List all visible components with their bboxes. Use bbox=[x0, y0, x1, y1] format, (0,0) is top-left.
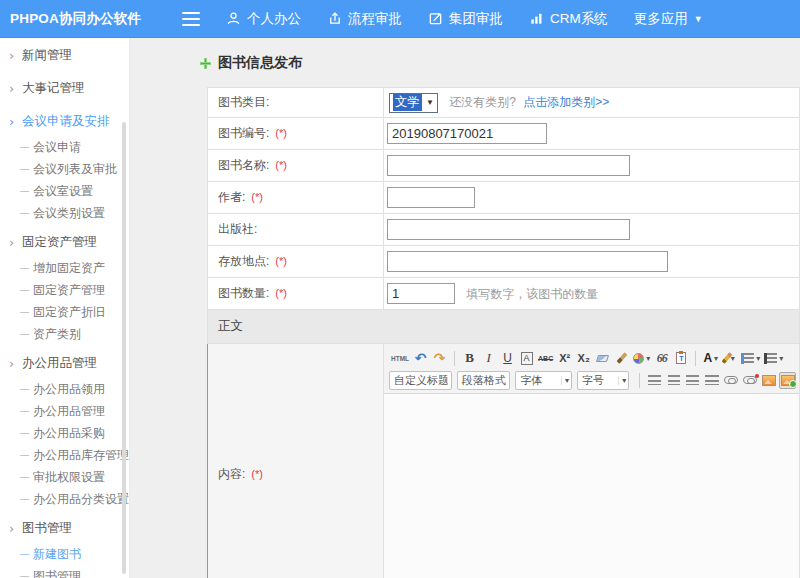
sidebar-item[interactable]: 办公用品采购 bbox=[0, 422, 129, 444]
sidebar-section[interactable]: 会议申请及安排 bbox=[0, 107, 129, 136]
caret-down-icon: ▼ bbox=[694, 14, 703, 24]
user-icon bbox=[226, 11, 241, 26]
category-hint: 还没有类别? bbox=[449, 95, 516, 109]
align-left-icon[interactable] bbox=[646, 372, 663, 389]
required-mark: (*) bbox=[275, 127, 287, 139]
subscript-icon[interactable]: X₂ bbox=[575, 350, 592, 367]
sidebar: 新闻管理大事记管理会议申请及安排会议申请会议列表及审批会议室设置会议类别设置固定… bbox=[0, 38, 130, 578]
sidebar-item[interactable]: 会议申请 bbox=[0, 136, 129, 158]
form-row-category: 图书类目: 文学 ▼ 还没有类别? 点击添加类别>> bbox=[208, 88, 800, 118]
dash-icon bbox=[20, 208, 33, 218]
sidebar-item[interactable]: 固定资产折旧 bbox=[0, 301, 129, 323]
align-justify-icon[interactable] bbox=[703, 372, 720, 389]
font-border-icon[interactable]: A bbox=[518, 350, 535, 367]
italic-icon[interactable]: I bbox=[480, 350, 497, 367]
nav-personal-office[interactable]: 个人办公 bbox=[226, 10, 301, 28]
sidebar-item[interactable]: 资产类别 bbox=[0, 323, 129, 345]
dropdown-label: 字号 bbox=[582, 373, 604, 388]
image-icon[interactable] bbox=[760, 372, 777, 389]
form-row-content: 内容:(*) HTML↶↷BIUAABCX²X₂▾66A▾▾▾▾ 自定义标题▾段… bbox=[208, 344, 800, 578]
eraser-icon[interactable] bbox=[594, 350, 611, 367]
field-label: 出版社: bbox=[218, 222, 257, 236]
unlink-icon[interactable] bbox=[741, 372, 758, 389]
sidebar-item-label: 会议申请及安排 bbox=[22, 113, 110, 130]
main-content: 图书信息发布 图书类目: 文学 ▼ 还没有类别? 点击添加类别>> 图书编号:(… bbox=[131, 38, 800, 578]
paste-icon[interactable] bbox=[672, 350, 689, 367]
redo-icon[interactable]: ↷ bbox=[431, 350, 448, 367]
superscript-icon[interactable]: X² bbox=[556, 350, 573, 367]
hamburger-menu-icon[interactable] bbox=[182, 12, 200, 26]
author-input[interactable] bbox=[387, 187, 475, 208]
ordered-list-icon[interactable]: ▾ bbox=[740, 350, 761, 367]
sidebar-section[interactable]: 办公用品管理 bbox=[0, 349, 129, 378]
nav-label: 更多应用 bbox=[634, 10, 688, 28]
sidebar-item[interactable]: 办公用品管理 bbox=[0, 400, 129, 422]
sidebar-section[interactable]: 固定资产管理 bbox=[0, 228, 129, 257]
unordered-list-icon[interactable]: ▾ bbox=[763, 350, 784, 367]
sidebar-item[interactable]: 图书管理 bbox=[0, 565, 129, 578]
sidebar-item[interactable]: 办公用品分类设置 bbox=[0, 488, 129, 510]
palette-icon[interactable]: ▾ bbox=[632, 350, 651, 367]
link-icon[interactable] bbox=[722, 372, 739, 389]
dash-icon bbox=[20, 186, 33, 196]
sidebar-section[interactable]: 新闻管理 bbox=[0, 41, 129, 70]
sidebar-item[interactable]: 固定资产管理 bbox=[0, 279, 129, 301]
sidebar-item[interactable]: 会议类别设置 bbox=[0, 202, 129, 224]
strikethrough-icon[interactable]: ABC bbox=[537, 350, 554, 367]
dash-icon bbox=[20, 428, 33, 438]
nav-more-apps[interactable]: 更多应用 ▼ bbox=[634, 10, 703, 28]
required-mark: (*) bbox=[251, 468, 263, 480]
undo-icon[interactable]: ↶ bbox=[412, 350, 429, 367]
sidebar-item[interactable]: 新建图书 bbox=[0, 543, 129, 565]
sidebar-scrollbar[interactable] bbox=[122, 122, 126, 574]
form-row-publisher: 出版社: bbox=[208, 214, 800, 246]
nav-label: 个人办公 bbox=[247, 10, 301, 28]
form-row-location: 存放地点:(*) bbox=[208, 246, 800, 278]
align-center-icon[interactable] bbox=[665, 372, 682, 389]
sidebar-item[interactable]: 会议室设置 bbox=[0, 180, 129, 202]
dash-icon bbox=[20, 571, 33, 578]
publisher-input[interactable] bbox=[387, 219, 630, 240]
add-category-link[interactable]: 点击添加类别>> bbox=[523, 95, 609, 109]
sidebar-item-label: 审批权限设置 bbox=[33, 469, 105, 486]
align-right-icon[interactable] bbox=[684, 372, 701, 389]
sidebar-item[interactable]: 办公用品库存管理 bbox=[0, 444, 129, 466]
category-select[interactable]: 文学 ▼ bbox=[389, 93, 438, 113]
font-size-select[interactable]: 字号▾ bbox=[577, 371, 629, 390]
custom-title-select[interactable]: 自定义标题▾ bbox=[389, 371, 452, 390]
chevron-right-icon bbox=[9, 81, 22, 96]
book-name-input[interactable] bbox=[387, 155, 630, 176]
sidebar-item-label: 办公用品采购 bbox=[33, 425, 105, 442]
nav-process-approval[interactable]: 流程审批 bbox=[327, 10, 402, 28]
insert-image-icon[interactable] bbox=[779, 372, 796, 389]
paragraph-format-select[interactable]: 段落格式▾ bbox=[457, 371, 511, 390]
page-title-text: 图书信息发布 bbox=[218, 54, 302, 72]
bold-icon[interactable]: B bbox=[461, 350, 478, 367]
quantity-input[interactable] bbox=[387, 283, 455, 304]
editor-toolbar-row2: 自定义标题▾段落格式▾字体▾字号▾ bbox=[389, 369, 797, 391]
nav-group-approval[interactable]: 集团审批 bbox=[428, 10, 503, 28]
sidebar-section[interactable]: 大事记管理 bbox=[0, 74, 129, 103]
highlight-pen-icon[interactable]: ▾ bbox=[721, 350, 738, 367]
sidebar-section[interactable]: 图书管理 bbox=[0, 514, 129, 543]
blockquote-icon[interactable]: 66 bbox=[653, 350, 670, 367]
sidebar-item-label: 固定资产折旧 bbox=[33, 304, 105, 321]
form-row-book-no: 图书编号:(*) bbox=[208, 118, 800, 150]
location-input[interactable] bbox=[387, 251, 668, 272]
sidebar-item-label: 资产类别 bbox=[33, 326, 81, 343]
sidebar-item[interactable]: 增加固定资产 bbox=[0, 257, 129, 279]
sidebar-item-label: 会议申请 bbox=[33, 139, 81, 156]
sidebar-item[interactable]: 会议列表及审批 bbox=[0, 158, 129, 180]
editor-content-area[interactable] bbox=[384, 394, 799, 578]
font-family-select[interactable]: 字体▾ bbox=[515, 371, 572, 390]
underline-icon[interactable]: U bbox=[499, 350, 516, 367]
toolbar-separator bbox=[695, 351, 696, 366]
sidebar-item[interactable]: 办公用品领用 bbox=[0, 378, 129, 400]
sidebar-item[interactable]: 审批权限设置 bbox=[0, 466, 129, 488]
nav-crm-system[interactable]: CRM系统 bbox=[529, 10, 608, 28]
quantity-hint: 填写数字，该图书的数量 bbox=[466, 287, 598, 301]
font-color-icon[interactable]: A▾ bbox=[702, 350, 719, 367]
book-no-input[interactable] bbox=[387, 123, 547, 144]
format-brush-icon[interactable] bbox=[613, 350, 630, 367]
html-source-icon[interactable]: HTML bbox=[390, 350, 410, 367]
